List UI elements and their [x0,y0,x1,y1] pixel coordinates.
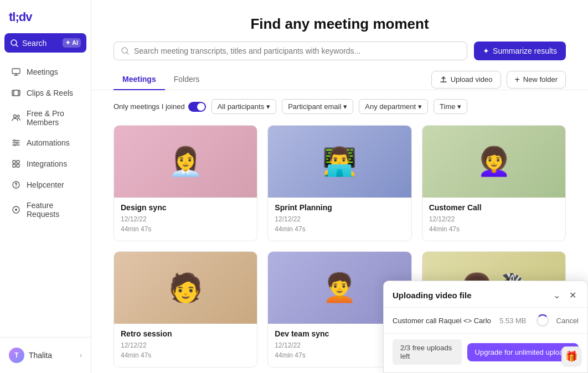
main-header: Find any meeting moment [91,0,588,42]
upload-minimize-button[interactable]: ⌄ [551,289,563,302]
tabs-actions: Upload video + New folder [431,71,566,89]
sidebar-label-clips: Clips & Reels [27,89,73,97]
free-uploads-label: 2/3 free uploads left [393,339,462,365]
svg-rect-2 [12,69,20,74]
upload-video-label: Upload video [451,75,493,84]
upload-spinner [537,314,549,327]
meeting-card-customer-call[interactable]: 👩‍🦱Customer Call12/12/2244min 47s [422,125,566,241]
search-button-label: Search [22,39,47,48]
avatar: T [9,348,24,363]
summarize-label: Summarize results [493,46,557,55]
plus-icon: + [515,75,520,84]
sidebar-label-meetings: Meetings [27,68,58,76]
chevron-down-icon: ▾ [266,102,270,111]
sidebar-item-feature-requests[interactable]: Feature Requests [2,195,89,224]
tabs-row: Meetings Folders Upload video + New fold… [91,69,588,90]
svg-line-1 [16,44,18,46]
sidebar-label-integrations: Integrations [27,159,67,168]
upload-header: Uploading video file ⌄ ✕ [384,281,587,308]
upload-footer: 2/3 free uploads left Upgrade for unlimi… [384,334,587,372]
search-input[interactable] [134,46,460,55]
upload-title: Uploading video file [393,291,472,300]
only-joined-toggle[interactable] [188,102,206,112]
participant-email-filter[interactable]: Participant email ▾ [282,99,353,114]
svg-point-12 [14,115,17,118]
summarize-icon: ✦ [483,46,489,55]
search-bar-row: ✦ Summarize results [91,42,588,69]
meeting-title-sprint-planning: Sprint Planning [275,203,404,212]
cancel-upload-button[interactable]: Cancel [556,317,579,325]
sidebar-item-automations[interactable]: Automations [2,132,89,153]
sidebar: tl;dv Search ✦ AI Meetings Clips & Reels [0,0,91,373]
main-content: Find any meeting moment ✦ Summarize resu… [91,0,588,373]
search-button[interactable]: Search ✦ AI [4,33,86,53]
sidebar-label-automations: Automations [27,138,70,147]
sidebar-label-free-pro: Free & Pro Members [27,109,80,127]
sidebar-item-meetings[interactable]: Meetings [2,61,89,82]
only-joined-label: Only meetings I joined [114,102,185,111]
help-icon [11,180,21,190]
svg-rect-21 [17,160,19,163]
upload-video-button[interactable]: Upload video [431,71,501,89]
filter-row: Only meetings I joined All participants … [91,95,588,121]
any-department-filter[interactable]: Any department ▾ [359,99,428,114]
meeting-meta-customer-call: 12/12/2244min 47s [429,214,559,234]
all-participants-filter[interactable]: All participants ▾ [212,99,277,114]
meeting-title-retro-session: Retro session [121,329,250,338]
sidebar-item-free-pro[interactable]: Free & Pro Members [2,103,89,132]
upload-file-size: 5.53 MB [499,317,526,325]
sidebar-nav: Meetings Clips & Reels Free & Pro Member… [0,59,91,337]
sliders-icon [11,138,21,148]
meeting-card-retro-session[interactable]: 🧑Retro session12/12/2244min 47s [114,251,257,367]
sidebar-item-integrations[interactable]: Integrations [2,153,89,174]
sidebar-label-helpcenter: Helpcenter [27,180,64,189]
svg-rect-20 [13,160,16,163]
chevron-right-icon: › [80,351,82,359]
sidebar-label-feature-requests: Feature Requests [27,201,80,219]
meeting-title-customer-call: Customer Call [429,203,559,212]
user-name: Thalita [29,351,75,360]
svg-point-13 [17,115,19,117]
svg-rect-5 [12,90,20,96]
film-icon [11,88,21,98]
new-folder-label: New folder [523,75,558,84]
only-joined-filter: Only meetings I joined [114,102,206,112]
sidebar-item-helpcenter[interactable]: Helpcenter [2,174,89,195]
search-bar-icon [121,46,130,55]
monitor-icon [11,67,21,77]
svg-point-19 [14,144,16,146]
grid-icon [11,159,21,169]
tab-folders[interactable]: Folders [165,69,209,90]
sidebar-user[interactable]: T Thalita › [4,343,86,367]
chevron-down-icon-4: ▾ [457,102,461,111]
time-filter[interactable]: Time ▾ [434,99,467,114]
gift-button[interactable]: 🎁 [561,346,581,366]
svg-point-27 [15,209,17,211]
upload-file-name: Customer call Raquel <> Carlo [393,317,494,325]
meeting-card-sprint-planning[interactable]: 👨‍💻Sprint Planning12/12/2244min 47s [267,125,411,241]
summarize-button[interactable]: ✦ Summarize results [474,42,566,60]
users-icon [11,113,21,123]
tab-meetings[interactable]: Meetings [114,69,165,90]
logo: tl;dv [0,0,91,31]
ai-badge: ✦ AI [63,38,81,48]
upload-close-button[interactable]: ✕ [567,289,579,302]
svg-point-25 [16,186,16,186]
meeting-meta-design-sync: 12/12/2244min 47s [121,214,250,234]
svg-rect-22 [13,164,16,167]
meeting-meta-sprint-planning: 12/12/2244min 47s [275,214,404,234]
meeting-card-design-sync[interactable]: 👩‍💼Design sync12/12/2244min 47s [114,125,257,241]
search-icon [10,39,19,48]
chevron-down-icon-3: ▾ [418,102,422,111]
sidebar-item-clips[interactable]: Clips & Reels [2,82,89,103]
upload-item-row: Customer call Raquel <> Carlo 5.53 MB Ca… [384,308,587,334]
feature-icon [11,205,21,215]
meeting-title-design-sync: Design sync [121,203,250,212]
new-folder-button[interactable]: + New folder [507,71,566,89]
svg-point-17 [14,140,16,142]
upload-controls: ⌄ ✕ [551,289,579,302]
chevron-down-icon-2: ▾ [343,102,347,111]
svg-point-18 [17,142,18,144]
svg-line-29 [127,53,129,55]
search-input-wrapper [114,42,467,60]
